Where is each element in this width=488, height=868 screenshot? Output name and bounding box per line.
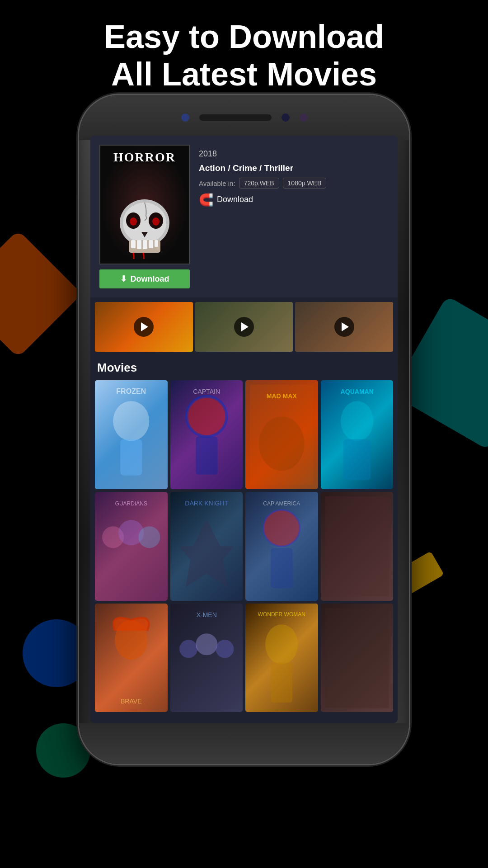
movie-card-bg-6: DARK KNIGHT bbox=[170, 492, 243, 601]
movie-card-bg-5: GUARDIANS bbox=[95, 492, 168, 601]
movie-card-7[interactable]: CAP AMERICA bbox=[245, 492, 318, 601]
movie-card-6[interactable]: DARK KNIGHT bbox=[170, 492, 243, 601]
movie-card-4[interactable]: AQUAMAN bbox=[321, 380, 394, 489]
blurred2-poster-art bbox=[321, 604, 394, 712]
header-title: Easy to Download All Latest Movies bbox=[0, 18, 488, 93]
movie-card-2[interactable]: CAPTAIN bbox=[170, 380, 243, 489]
svg-text:FROZEN: FROZEN bbox=[116, 387, 146, 395]
magnet-icon: 🧲 bbox=[199, 193, 211, 206]
movie-top-row: HORROR bbox=[99, 145, 389, 288]
download-arrow-icon: ⬇ bbox=[120, 274, 127, 284]
movie-card-bg-4: AQUAMAN bbox=[321, 380, 394, 489]
svg-point-17 bbox=[187, 396, 226, 436]
svg-point-39 bbox=[196, 633, 217, 655]
svg-rect-33 bbox=[271, 548, 292, 588]
svg-point-4 bbox=[130, 217, 137, 226]
svg-point-23 bbox=[341, 401, 373, 441]
front-camera bbox=[180, 113, 190, 123]
poster-title: HORROR bbox=[113, 150, 176, 165]
torrent-row: 🧲 Download bbox=[199, 193, 389, 206]
preview-thumb-1[interactable] bbox=[95, 302, 193, 352]
svg-point-42 bbox=[265, 624, 298, 664]
blurred-poster-art bbox=[321, 492, 394, 601]
speaker-grille bbox=[199, 114, 272, 121]
svg-rect-19 bbox=[196, 436, 217, 474]
torrent-download-label[interactable]: Download bbox=[217, 195, 253, 204]
movie-card-1[interactable]: FROZEN bbox=[95, 380, 168, 489]
svg-text:X-MEN: X-MEN bbox=[196, 611, 216, 618]
phone-bottom bbox=[79, 723, 409, 764]
bg-accent-orange bbox=[0, 230, 82, 358]
movie-card-bg-11: WONDER WOMAN bbox=[245, 604, 318, 712]
movie-card-9[interactable]: BRAVE bbox=[95, 604, 168, 712]
movie-genre: Action / Crime / Thriller bbox=[199, 163, 389, 173]
movie-card-bg-9: BRAVE bbox=[95, 604, 168, 712]
svg-text:WONDER WOMAN: WONDER WOMAN bbox=[258, 611, 305, 618]
svg-text:CAPTAIN: CAPTAIN bbox=[193, 388, 220, 395]
movie-card-bg-12 bbox=[321, 604, 394, 712]
svg-rect-43 bbox=[271, 662, 292, 702]
svg-text:AQUAMAN: AQUAMAN bbox=[340, 388, 373, 395]
download-button[interactable]: ⬇ Download bbox=[99, 269, 190, 288]
movie-card-bg-8 bbox=[321, 492, 394, 601]
preview-play-3[interactable] bbox=[334, 317, 354, 337]
svg-text:CAP AMERICA: CAP AMERICA bbox=[263, 500, 300, 507]
svg-point-22 bbox=[259, 416, 304, 471]
mad-poster-art: MAD MAX bbox=[245, 380, 318, 489]
movie-card-5[interactable]: GUARDIANS bbox=[95, 492, 168, 601]
phone-screen: HORROR bbox=[90, 136, 398, 723]
quality-badge-1080[interactable]: 1080p.WEB bbox=[283, 178, 327, 189]
movie-card-11[interactable]: WONDER WOMAN bbox=[245, 604, 318, 712]
phone-frame: HORROR bbox=[79, 95, 409, 764]
svg-text:GUARDIANS: GUARDIANS bbox=[115, 500, 147, 507]
xmen-poster-art: X-MEN bbox=[170, 604, 243, 712]
svg-point-14 bbox=[113, 401, 149, 441]
movie-card-bg-7: CAP AMERICA bbox=[245, 492, 318, 601]
movie-card-bg-2: CAPTAIN bbox=[170, 380, 243, 489]
svg-rect-45 bbox=[325, 608, 389, 708]
available-label: Available in: bbox=[199, 179, 235, 187]
previews-row bbox=[90, 297, 398, 356]
ww-poster-art: WONDER WOMAN bbox=[245, 604, 318, 712]
movies-section-title: Movies bbox=[95, 361, 393, 375]
movie-info: 2018 Action / Crime / Thriller Available… bbox=[199, 145, 389, 206]
svg-text:BRAVE: BRAVE bbox=[121, 697, 142, 704]
movie-card-3[interactable]: MAD MAX bbox=[245, 380, 318, 489]
movie-card-bg-3: MAD MAX bbox=[245, 380, 318, 489]
preview-thumb-3[interactable] bbox=[295, 302, 393, 352]
cap-poster-art: CAPTAIN bbox=[170, 380, 243, 489]
available-row: Available in: 720p.WEB 1080p.WEB bbox=[199, 178, 389, 189]
aqua-poster-art: AQUAMAN bbox=[321, 380, 394, 489]
dark-poster-art: DARK KNIGHT bbox=[170, 492, 243, 601]
preview-play-2[interactable] bbox=[234, 317, 254, 337]
svg-point-5 bbox=[152, 217, 160, 226]
movie-card-bg-10: X-MEN bbox=[170, 604, 243, 712]
preview-play-1[interactable] bbox=[134, 317, 154, 337]
svg-point-32 bbox=[263, 510, 300, 546]
frozen-poster-art: FROZEN bbox=[95, 380, 168, 489]
movie-card-10[interactable]: X-MEN bbox=[170, 604, 243, 712]
phone-top-bar bbox=[79, 95, 409, 140]
svg-text:DARK KNIGHT: DARK KNIGHT bbox=[185, 500, 228, 507]
movies-grid: FROZEN CAPTAIN bbox=[95, 380, 393, 712]
svg-point-38 bbox=[179, 640, 197, 658]
movie-poster: HORROR bbox=[99, 145, 190, 264]
group-poster-art: GUARDIANS bbox=[95, 492, 168, 601]
preview-thumb-2[interactable] bbox=[195, 302, 293, 352]
sensor-dot1 bbox=[281, 113, 291, 123]
svg-rect-15 bbox=[120, 439, 142, 475]
movie-card-bg-1: FROZEN bbox=[95, 380, 168, 489]
movie-card-8[interactable] bbox=[321, 492, 394, 601]
svg-rect-9 bbox=[143, 240, 147, 249]
movie-detail-section: HORROR bbox=[90, 136, 398, 297]
svg-rect-11 bbox=[155, 240, 158, 247]
sensor-dot2 bbox=[300, 113, 308, 122]
download-btn-label: Download bbox=[131, 274, 169, 284]
svg-rect-8 bbox=[137, 240, 141, 249]
movies-section: Movies FROZEN bbox=[90, 356, 398, 717]
quality-badge-720[interactable]: 720p.WEB bbox=[239, 178, 279, 189]
cap2-poster-art: CAP AMERICA bbox=[245, 492, 318, 601]
movie-year: 2018 bbox=[199, 149, 389, 159]
svg-point-40 bbox=[216, 640, 234, 658]
movie-card-12[interactable] bbox=[321, 604, 394, 712]
